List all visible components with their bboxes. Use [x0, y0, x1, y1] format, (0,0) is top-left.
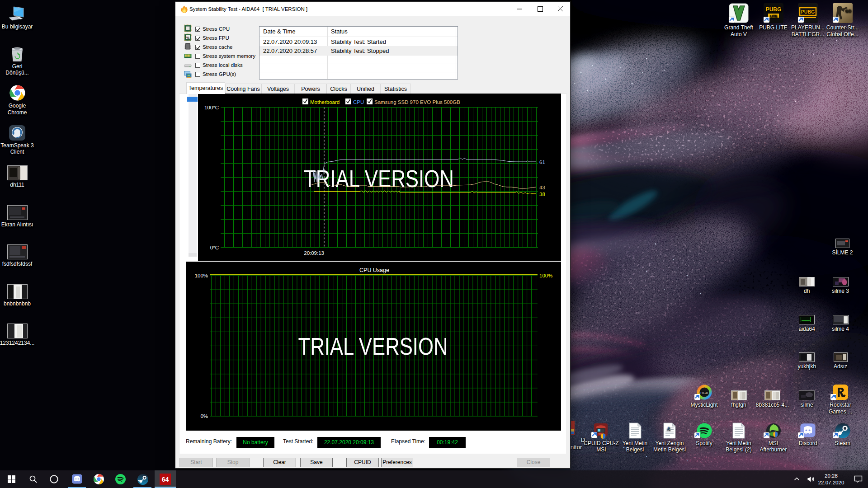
- svg-text:0%: 0%: [200, 413, 208, 419]
- svg-text:GO: GO: [845, 9, 851, 13]
- svg-text:64: 64: [162, 476, 169, 483]
- svg-text:Samsung SSD 970 EVO Plus 500GB: Samsung SSD 970 EVO Plus 500GB: [374, 99, 460, 105]
- svg-text:CPU Usage: CPU Usage: [359, 267, 389, 273]
- svg-text:20:09:13: 20:09:13: [304, 250, 324, 256]
- svg-text:PUBG: PUBG: [801, 9, 815, 14]
- svg-text:38: 38: [539, 192, 545, 197]
- svg-text:RGB: RGB: [700, 391, 708, 395]
- svg-text:TRIAL VERSION: TRIAL VERSION: [304, 165, 454, 192]
- svg-text:61: 61: [539, 160, 545, 165]
- svg-text:Motherboard: Motherboard: [310, 99, 340, 105]
- svg-text:TRIAL VERSION: TRIAL VERSION: [298, 333, 448, 360]
- svg-text:LITE: LITE: [769, 14, 777, 18]
- svg-text:43: 43: [539, 185, 545, 190]
- svg-text:A: A: [666, 426, 670, 431]
- svg-text:%: %: [186, 36, 189, 40]
- svg-text:CPU: CPU: [353, 99, 364, 105]
- svg-text:100%: 100%: [539, 273, 552, 278]
- svg-text:100%: 100%: [195, 273, 208, 278]
- svg-text:100°C: 100°C: [204, 105, 219, 110]
- svg-text:0°C: 0°C: [210, 245, 219, 250]
- svg-text:PUBG: PUBG: [765, 6, 781, 13]
